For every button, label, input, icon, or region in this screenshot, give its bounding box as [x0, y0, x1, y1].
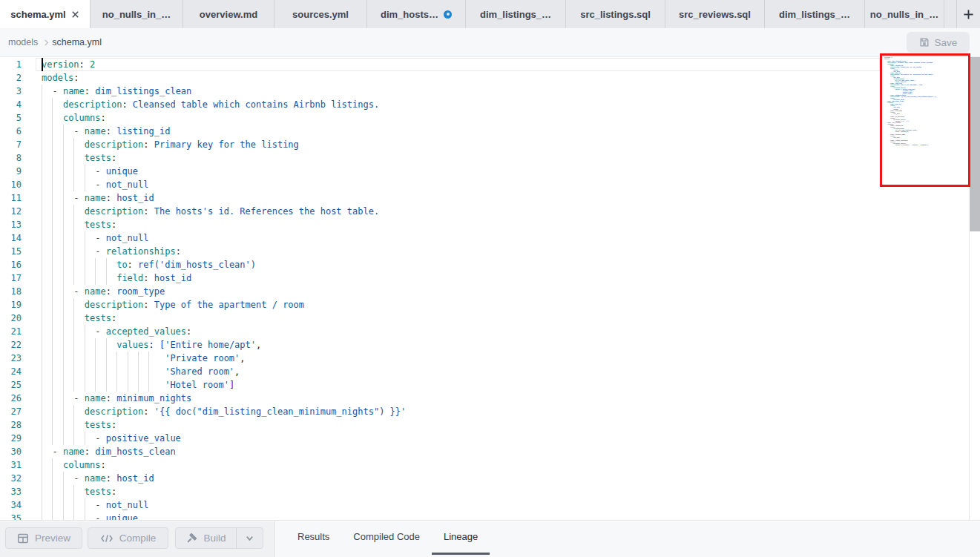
line-number: 20: [0, 312, 22, 325]
code-line[interactable]: 3 - name: dim_listings_clean: [0, 85, 880, 98]
code-line[interactable]: 24 'Shared room',: [0, 365, 880, 378]
code-line[interactable]: 7 description: Primary key for the listi…: [0, 138, 880, 151]
code-line[interactable]: 2models:: [0, 71, 880, 85]
code-text: to: ref('dim_hosts_clean'): [42, 258, 256, 271]
line-number: 12: [0, 205, 22, 218]
code-line[interactable]: 22 values: ['Entire home/apt',: [0, 338, 880, 352]
tab-src-reviews.sql[interactable]: src_reviews.sql: [665, 0, 765, 28]
code-text: description: Cleansed table which contai…: [42, 98, 379, 111]
minimap[interactable]: version: 2models: - name: dim_listings_c…: [880, 57, 970, 520]
code-editor[interactable]: 1version: 22models:3 - name: dim_listing…: [0, 57, 980, 520]
tab-src-listings.sql[interactable]: src_listings.sql: [566, 0, 665, 28]
code-line[interactable]: 1version: 2: [0, 58, 880, 71]
chevron-down-icon: [245, 533, 254, 543]
build-options-button[interactable]: [236, 528, 263, 548]
code-line[interactable]: 23 'Private room',: [0, 352, 880, 365]
code-line[interactable]: 4 description: Cleansed table which cont…: [0, 98, 880, 111]
scrollbar-thumb[interactable]: [970, 57, 980, 231]
code-line[interactable]: 31 columns:: [0, 458, 880, 472]
code-line[interactable]: 21 - accepted_values:: [0, 325, 880, 338]
code-line[interactable]: 18 - name: room_type: [0, 285, 880, 298]
code-line[interactable]: 32 - name: host_id: [0, 472, 880, 485]
tab-dim-listings-[interactable]: dim_listings_…: [765, 0, 865, 28]
code-line[interactable]: 8 tests:: [0, 151, 880, 165]
tab-schema.yml[interactable]: schema.yml: [0, 0, 91, 28]
code-line[interactable]: 35 - unique: [0, 512, 880, 520]
code-text: - not_null: [42, 231, 149, 245]
breadcrumb-folder[interactable]: models: [8, 37, 38, 47]
build-button-group: Build: [175, 527, 263, 549]
code-text: field: host_id: [42, 271, 191, 285]
line-number: 4: [0, 98, 22, 111]
code-text: - not_null: [42, 178, 149, 191]
code-text: 'Shared room',: [42, 365, 240, 378]
close-icon[interactable]: [71, 10, 79, 19]
code-line[interactable]: 33 tests:: [0, 485, 880, 498]
line-number: 25: [0, 378, 22, 392]
line-number: 2: [0, 71, 22, 85]
preview-button[interactable]: Preview: [5, 527, 82, 549]
compile-button[interactable]: Compile: [88, 527, 168, 549]
plus-icon: [963, 9, 974, 20]
line-number: 6: [0, 125, 22, 138]
tab-dim-hosts-[interactable]: dim_hosts…: [367, 0, 466, 28]
line-number: 7: [0, 138, 22, 151]
line-number: 16: [0, 258, 22, 271]
editor-tabbar: schema.ymlno_nulls_in_…overview.mdsource…: [0, 0, 980, 28]
new-tab-button[interactable]: [957, 0, 980, 28]
text-cursor: [42, 58, 43, 71]
action-buttons: Preview Compile Build: [0, 521, 275, 557]
code-line[interactable]: 26 - name: minimum_nights: [0, 392, 880, 405]
code-text: tests:: [42, 151, 116, 165]
code-text: tests:: [42, 418, 116, 432]
code-line[interactable]: 15 - relationships:: [0, 245, 880, 258]
code-line[interactable]: 20 tests:: [0, 312, 880, 325]
tab-overview.md[interactable]: overview.md: [183, 0, 274, 28]
pane-tab-compiled-code[interactable]: Compiled Code: [341, 521, 432, 557]
build-button[interactable]: Build: [176, 528, 236, 548]
line-number: 19: [0, 298, 22, 312]
tab-label: no_nulls_in_…: [102, 9, 171, 20]
code-line[interactable]: 27 description: '{{ doc("dim_listing_cle…: [0, 405, 880, 418]
code-text: - unique: [42, 165, 138, 178]
code-line[interactable]: 6 - name: listing_id: [0, 125, 880, 138]
line-number: 9: [0, 165, 22, 178]
tab-label: dim_listings_…: [480, 9, 551, 20]
code-line[interactable]: 29 - positive_value: [0, 432, 880, 445]
code-line[interactable]: 25 'Hotel room']: [0, 378, 880, 392]
pane-tab-results[interactable]: Results: [286, 521, 341, 557]
code-line[interactable]: 10 - not_null: [0, 178, 880, 191]
code-text: - name: dim_listings_clean: [42, 85, 191, 98]
line-number: 35: [0, 512, 22, 520]
code-line[interactable]: 19 description: Type of the apartment / …: [0, 298, 880, 312]
unsaved-changes-icon[interactable]: [444, 10, 452, 19]
save-icon: [919, 37, 930, 47]
code-line[interactable]: 17 field: host_id: [0, 271, 880, 285]
code-text: columns:: [42, 111, 106, 125]
code-line[interactable]: 12 description: The hosts's id. Referenc…: [0, 205, 880, 218]
tab-no-nulls-in-[interactable]: no_nulls_in_…: [865, 0, 944, 28]
code-line[interactable]: 5 columns:: [0, 111, 880, 125]
line-number: 34: [0, 498, 22, 512]
tab-label: schema.yml: [10, 9, 65, 20]
save-button[interactable]: Save: [907, 32, 970, 53]
code-line[interactable]: 14 - not_null: [0, 231, 880, 245]
pane-tab-lineage[interactable]: Lineage: [432, 521, 490, 557]
code-line[interactable]: 28 tests:: [0, 418, 880, 432]
bottom-toolbar: Preview Compile Build ResultsCompiled Co…: [0, 520, 980, 557]
tab-no-nulls-in-[interactable]: no_nulls_in_…: [91, 0, 183, 28]
code-text: 'Hotel room']: [42, 378, 234, 392]
code-line[interactable]: 34 - not_null: [0, 498, 880, 512]
tab-sources.yml[interactable]: sources.yml: [274, 0, 367, 28]
line-number: 18: [0, 285, 22, 298]
code-line[interactable]: 13 tests:: [0, 218, 880, 231]
code-line[interactable]: 30 - name: dim_hosts_clean: [0, 445, 880, 458]
code-line[interactable]: 9 - unique: [0, 165, 880, 178]
code-text: - name: dim_hosts_clean: [42, 445, 176, 458]
vertical-scrollbar[interactable]: [970, 57, 980, 520]
tab-dim-listings-[interactable]: dim_listings_…: [466, 0, 566, 28]
code-line[interactable]: 16 to: ref('dim_hosts_clean'): [0, 258, 880, 271]
breadcrumb-file[interactable]: schema.yml: [52, 37, 102, 47]
code-line[interactable]: 11 - name: host_id: [0, 191, 880, 205]
line-number: 5: [0, 111, 22, 125]
